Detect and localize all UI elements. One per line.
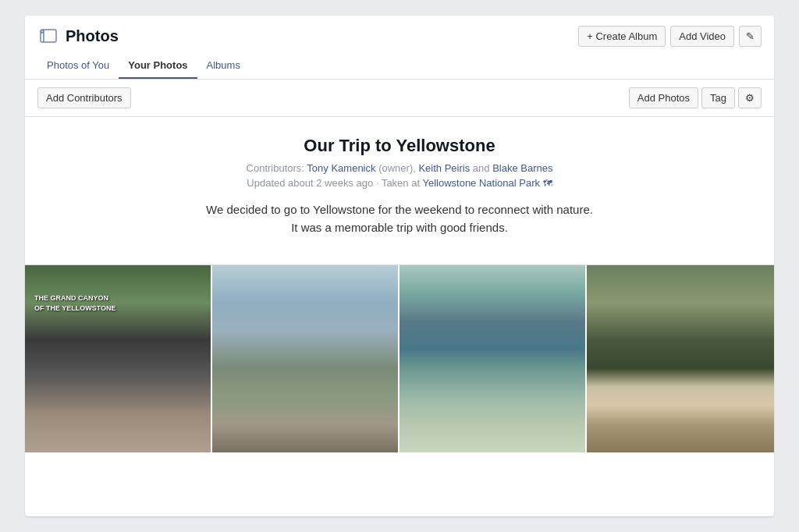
add-photos-button[interactable]: Add Photos (629, 87, 698, 108)
map-icon: 🗺 (543, 178, 552, 189)
photo-3[interactable] (400, 265, 587, 452)
tab-photos-of-you[interactable]: Photos of You (37, 53, 119, 79)
tag-button[interactable]: Tag (701, 87, 735, 108)
contributor-tony[interactable]: Tony Kamenick (307, 162, 375, 174)
tab-albums[interactable]: Albums (197, 53, 250, 79)
header-top: Photos + Create Album Add Video ✎ (37, 25, 762, 47)
album-separator: · (376, 177, 382, 189)
subheader: Add Contributors Add Photos Tag ⚙ (25, 80, 774, 117)
photo-1-text: THE GRAND CANYONOF THE YELLOWSTONE (34, 293, 116, 313)
add-video-button[interactable]: Add Video (670, 26, 734, 47)
album-contributors: Contributors: Tony Kamenick (owner), Kei… (37, 162, 762, 174)
album-location[interactable]: Yellowstone National Park (422, 177, 540, 189)
photo-1[interactable]: THE GRAND CANYONOF THE YELLOWSTONE (25, 265, 212, 452)
album-title: Our Trip to Yellowstone (37, 136, 762, 156)
photos-app-icon (37, 25, 59, 47)
contributors-and: and (473, 162, 492, 174)
contributor-blake[interactable]: Blake Barnes (492, 162, 552, 174)
nav-tabs: Photos of You Your Photos Albums (37, 53, 762, 79)
page-container: Photos + Create Album Add Video ✎ Photos… (25, 16, 774, 516)
create-album-button[interactable]: + Create Album (578, 26, 666, 47)
album-meta: Updated about 2 weeks ago · Taken at Yel… (37, 177, 762, 189)
page-title: Photos (66, 27, 119, 45)
photos-grid: THE GRAND CANYONOF THE YELLOWSTONE (25, 264, 774, 452)
contributor-keith[interactable]: Keith Peiris (418, 162, 470, 174)
photo-2[interactable] (212, 265, 400, 452)
contributors-label: Contributors: (247, 162, 304, 174)
add-contributors-button[interactable]: Add Contributors (37, 87, 131, 108)
header: Photos + Create Album Add Video ✎ Photos… (25, 16, 774, 80)
gear-button[interactable]: ⚙ (738, 87, 762, 108)
tab-your-photos[interactable]: Your Photos (119, 53, 197, 79)
album-updated: Updated about 2 weeks ago (247, 177, 373, 189)
subheader-right: Add Photos Tag ⚙ (629, 87, 762, 108)
header-actions: + Create Album Add Video ✎ (578, 26, 762, 47)
photo-4[interactable] (587, 265, 774, 452)
taken-at-label: Taken at (382, 177, 420, 189)
album-description: We decided to go to Yellowstone for the … (204, 201, 595, 236)
contributor-tony-role: (owner), (378, 162, 418, 174)
edit-button[interactable]: ✎ (739, 26, 762, 47)
title-group: Photos (37, 25, 119, 47)
album-info: Our Trip to Yellowstone Contributors: To… (25, 117, 774, 264)
gear-icon: ⚙ (745, 92, 755, 104)
